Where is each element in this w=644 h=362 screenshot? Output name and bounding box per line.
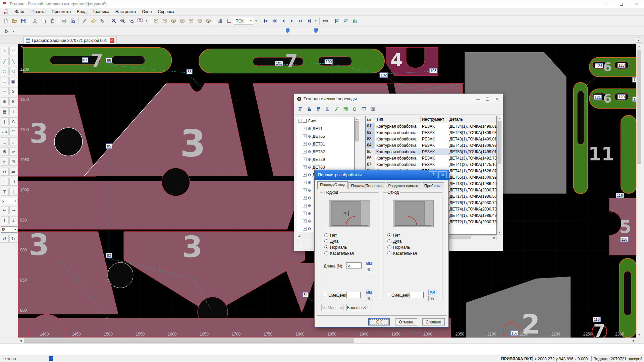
ruler-icon[interactable] <box>89 17 98 25</box>
approach-radio-3[interactable]: Нормаль <box>324 245 347 250</box>
filled-rect-tool[interactable]: ▣ <box>9 77 17 85</box>
nav-last-icon[interactable] <box>305 17 314 25</box>
tree-item-ДЕТ1[interactable]: +⚙ДЕТ1 <box>297 125 354 132</box>
scroll-right-icon[interactable]: ▶ <box>631 338 636 343</box>
print-icon[interactable] <box>60 17 68 25</box>
zoom-window-icon[interactable] <box>127 17 136 25</box>
less-button[interactable]: << Меньше <box>321 304 343 311</box>
menu-item-3[interactable]: Просмотр <box>49 9 74 15</box>
transition-marker-103[interactable]: 103 <box>429 68 437 73</box>
length-input[interactable] <box>346 262 362 268</box>
pencil-icon[interactable] <box>80 17 89 25</box>
view-cube-icon[interactable] <box>152 17 160 25</box>
expand-icon[interactable]: + <box>303 181 307 184</box>
scroll-up-icon[interactable]: ▲ <box>498 116 502 120</box>
cells-icon[interactable] <box>341 105 350 113</box>
scroll-left-icon[interactable]: ◀ <box>18 338 23 343</box>
measure-icon[interactable] <box>321 17 330 25</box>
retract-radio-2[interactable]: Дуга <box>387 239 401 244</box>
retract-radio-3[interactable]: Нормаль <box>387 245 410 250</box>
table-vertical-scrollbar[interactable]: ▲ ▼ <box>497 116 502 235</box>
transition-marker-86[interactable]: 86 <box>106 58 112 63</box>
menu-item-4[interactable]: Ввод <box>74 9 90 15</box>
tab-3[interactable]: Разделка кромок <box>386 182 421 189</box>
radio-icon[interactable] <box>387 245 391 249</box>
pan-right-tool[interactable]: → <box>9 206 17 214</box>
circle-center-tool[interactable]: ◎ <box>9 67 17 75</box>
expand-icon[interactable]: + <box>303 204 307 207</box>
paste-icon[interactable] <box>48 17 57 25</box>
scroll-up-icon[interactable]: ▲ <box>355 117 359 121</box>
table-row[interactable]: 81Контурная обработкаРЕЗАКДЕТ34(1),ТОЧКА… <box>366 123 496 129</box>
column-header-4[interactable]: Деталь <box>448 116 497 123</box>
ucs-combo[interactable]: ПСК▾ <box>234 18 253 24</box>
pan-left-tool[interactable]: ← <box>1 206 9 214</box>
dim-top-tool[interactable]: ⊤ <box>1 188 9 196</box>
zoom-dropdown-icon[interactable]: ▾ <box>144 17 149 25</box>
radio-icon[interactable] <box>324 233 328 237</box>
tree-item-ДЕТ29[interactable]: +⚙ДЕТ29 <box>297 156 354 163</box>
expand-icon[interactable]: + <box>303 219 307 223</box>
canvas-vertical-scrollbar[interactable]: ▲ ▼ <box>636 44 641 338</box>
tab-2[interactable]: Подача/Поправки <box>348 182 385 189</box>
rotate-cw-tool[interactable]: ↻ <box>9 235 17 243</box>
expand-icon[interactable]: + <box>303 188 307 192</box>
list-down-icon[interactable] <box>314 105 323 113</box>
menu-item-6[interactable]: Настройка <box>112 9 139 15</box>
tree-item-ДЕТ82[interactable]: +⚙ДЕТ82 <box>297 148 354 156</box>
list-top-icon[interactable] <box>296 105 305 113</box>
tree-scroll-thumb[interactable] <box>355 121 359 141</box>
polyline-tool[interactable]: ╲ <box>9 57 17 65</box>
radio-icon[interactable] <box>387 239 391 243</box>
maximize-icon[interactable] <box>614 0 629 8</box>
nav-next2-icon[interactable] <box>296 17 305 25</box>
ucs-icon[interactable] <box>224 17 233 25</box>
grid-icon[interactable] <box>216 17 224 25</box>
retract-offset-checkbox[interactable] <box>386 293 390 297</box>
transition-marker-102[interactable]: 102 <box>380 73 388 78</box>
angle-select[interactable]: 5°▾ <box>1 226 17 233</box>
delta-tool[interactable]: ∆ <box>9 117 17 125</box>
ucs-dropdown-icon[interactable]: ▾ <box>254 17 258 25</box>
transitions-dialog-titlebar[interactable]: Технологические переходы — ✕ <box>294 94 503 104</box>
scroll-right-icon[interactable]: ▶ <box>492 236 496 240</box>
vertical-scroll-thumb[interactable] <box>637 50 641 164</box>
scroll-down-icon[interactable]: ▼ <box>498 230 502 234</box>
retract-offset-input[interactable] <box>410 292 424 298</box>
function-tool[interactable]: ƒ <box>1 117 9 125</box>
radio-icon[interactable] <box>324 245 328 249</box>
back-icon[interactable] <box>1 8 10 15</box>
retract-offset-mm-button[interactable]: ММ <box>428 290 436 295</box>
spline-tool[interactable]: S <box>9 87 17 95</box>
copy-icon[interactable] <box>39 17 48 25</box>
sheet-range-slider[interactable] <box>265 28 342 34</box>
open-folder-icon[interactable] <box>10 17 19 25</box>
run-icon[interactable] <box>2 27 11 36</box>
transition-marker-121[interactable]: 121 <box>594 95 602 100</box>
curve-tool[interactable]: ≈ <box>1 87 9 95</box>
expand-icon[interactable]: + <box>303 134 307 138</box>
retract-radio-4[interactable]: Касательная <box>387 251 417 256</box>
rect-tool[interactable]: ▭ <box>1 77 9 85</box>
collapse-icon[interactable]: − <box>298 119 302 123</box>
radio-icon[interactable] <box>387 251 391 255</box>
view-cube-icon[interactable] <box>204 17 213 25</box>
view-cube-icon[interactable] <box>169 17 178 25</box>
settings-tool[interactable]: ⚙ <box>1 147 9 156</box>
point-tool[interactable]: ∴ <box>1 47 9 55</box>
cut-contour-tool[interactable]: ✂ <box>1 158 9 166</box>
approach-radio-2[interactable]: Дуга <box>324 239 338 244</box>
curve-icon[interactable] <box>332 105 341 113</box>
more-button[interactable]: Больше >> <box>346 304 368 311</box>
menu-item-5[interactable]: Графика <box>90 9 112 15</box>
tree-item-ДЕТ65[interactable]: +⚙ДЕТ65 <box>297 132 354 140</box>
tab-close-icon[interactable]: ✕ <box>110 38 114 43</box>
transition-marker-124[interactable]: 124 <box>595 63 603 68</box>
retract-radio-1[interactable]: Нет <box>387 233 400 238</box>
params-dialog-titlebar[interactable]: Параметры обработки ? ✕ <box>315 170 448 180</box>
expand-icon[interactable]: + <box>303 127 307 130</box>
length-percent-button[interactable]: % <box>365 267 373 272</box>
transition-marker-107[interactable]: 107 <box>511 331 519 336</box>
canvas-horizontal-scrollbar[interactable]: ◀ ▶ <box>18 338 636 343</box>
sheet-tool[interactable]: ▱ <box>9 147 17 156</box>
